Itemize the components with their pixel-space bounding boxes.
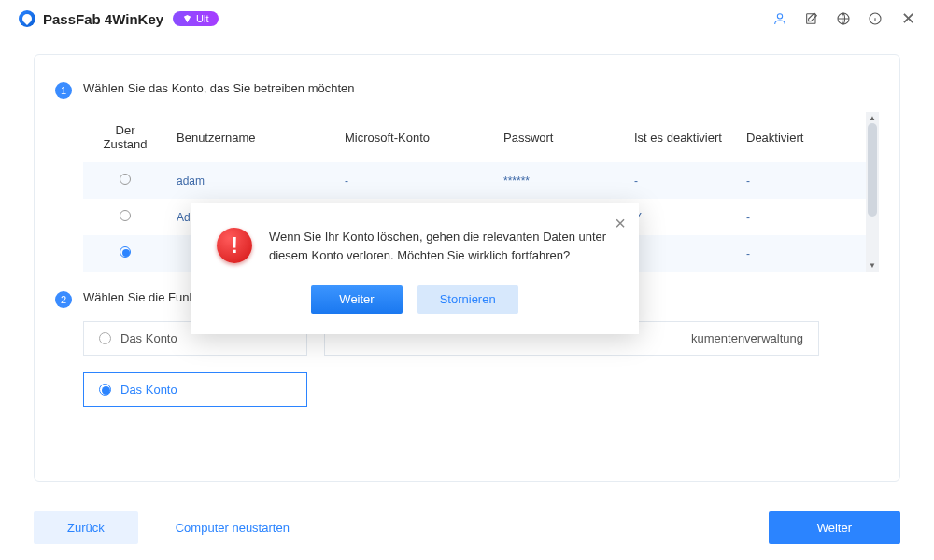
option-label: kumentenverwaltung — [691, 331, 803, 345]
step-2-badge: 2 — [55, 291, 72, 308]
col-user: Benutzername — [167, 112, 335, 162]
warning-icon: ! — [217, 228, 252, 263]
col-ms: Microsoft-Konto — [335, 112, 494, 162]
window-close-icon[interactable]: ✕ — [901, 8, 915, 29]
cell-deact: Y — [625, 199, 737, 235]
svg-point-0 — [777, 14, 782, 19]
option-radio[interactable] — [99, 384, 111, 396]
diamond-icon — [182, 14, 192, 24]
app-title: PassFab 4WinKey — [43, 11, 163, 27]
option-label: Das Konto — [120, 331, 177, 345]
col-deact: Ist es deaktiviert — [625, 112, 737, 162]
scroll-up-icon[interactable]: ▲ — [869, 114, 876, 122]
cell-locked: - — [737, 162, 866, 199]
step-1-header: 1 Wählen Sie das Konto, das Sie betreibe… — [55, 81, 879, 99]
titlebar: PassFab 4WinKey Ult ✕ — [0, 0, 934, 37]
dialog-message: Wenn Sie Ihr Konto löschen, gehen die re… — [269, 228, 613, 264]
edit-icon[interactable] — [799, 6, 825, 32]
table-scrollbar[interactable]: ▲ ▼ — [866, 112, 879, 272]
next-button[interactable]: Weiter — [769, 511, 900, 544]
row-radio[interactable] — [120, 174, 131, 185]
col-locked: Deaktiviert — [737, 112, 866, 162]
edition-text: Ult — [196, 13, 208, 24]
info-icon[interactable] — [862, 6, 888, 32]
step-1-badge: 1 — [55, 82, 72, 99]
option-label: Das Konto — [120, 383, 177, 397]
account-icon[interactable] — [767, 6, 793, 32]
cell-deact: - — [625, 235, 737, 272]
confirm-dialog: × ! Wenn Sie Ihr Konto löschen, gehen di… — [191, 203, 639, 334]
dialog-cancel-button[interactable]: Stornieren — [417, 285, 518, 314]
app-logo-icon — [19, 10, 35, 27]
cell-ms: - — [335, 162, 494, 199]
dialog-continue-button[interactable]: Weiter — [311, 285, 402, 314]
step-1-title: Wählen Sie das Konto, das Sie betreiben … — [83, 81, 355, 95]
globe-icon[interactable] — [830, 6, 856, 32]
col-pass: Passwort — [494, 112, 625, 162]
row-radio[interactable] — [120, 246, 131, 258]
cell-user: adam — [167, 162, 335, 199]
option-3[interactable]: Das Konto — [83, 372, 307, 407]
table-header-row: Der Zustand Benutzername Microsoft-Konto… — [83, 112, 866, 162]
back-button[interactable]: Zurück — [34, 511, 138, 544]
footer-bar: Zurück Computer neustarten Weiter — [0, 495, 934, 560]
cell-locked: - — [737, 235, 866, 272]
cell-pass: ****** — [494, 162, 625, 199]
scroll-thumb[interactable] — [868, 123, 877, 217]
cell-deact: - — [625, 162, 737, 199]
row-radio[interactable] — [120, 210, 131, 221]
table-row[interactable]: adam - ****** - - — [83, 162, 866, 199]
edition-badge: Ult — [173, 11, 218, 26]
option-radio[interactable] — [99, 332, 111, 344]
cell-locked: - — [737, 199, 866, 235]
scroll-down-icon[interactable]: ▼ — [869, 261, 876, 270]
col-state: Der Zustand — [83, 112, 167, 162]
restart-link[interactable]: Computer neustarten — [176, 521, 290, 535]
dialog-close-icon[interactable]: × — [615, 213, 626, 234]
